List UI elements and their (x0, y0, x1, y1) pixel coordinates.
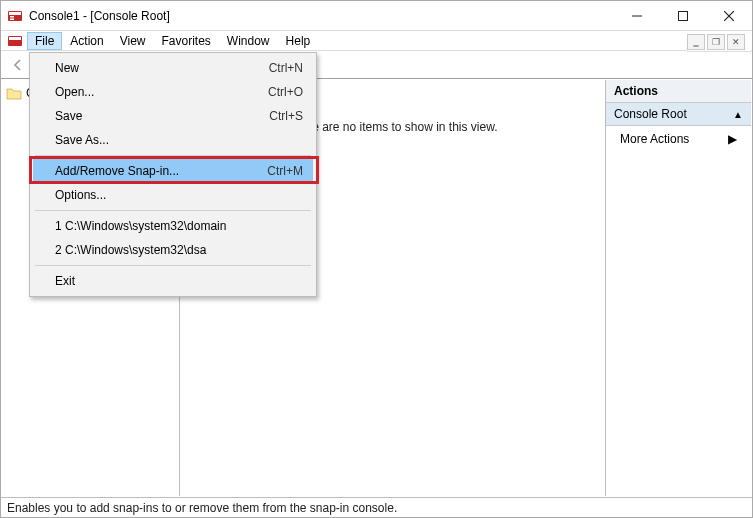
menu-item-shortcut: Ctrl+S (269, 109, 303, 123)
close-button[interactable] (706, 1, 752, 31)
menu-item-label: Add/Remove Snap-in... (55, 164, 267, 178)
mmc-doc-icon (7, 33, 23, 49)
file-dropdown: New Ctrl+N Open... Ctrl+O Save Ctrl+S Sa… (29, 52, 317, 297)
mdi-close-button[interactable]: ✕ (727, 34, 745, 50)
actions-group[interactable]: Console Root ▲ (606, 103, 751, 126)
menu-item-exit[interactable]: Exit (33, 269, 313, 293)
menu-item-label: Exit (55, 274, 303, 288)
menu-item-label: Open... (55, 85, 268, 99)
menu-item-label: 2 C:\Windows\system32\dsa (55, 243, 303, 257)
menu-window[interactable]: Window (219, 32, 278, 50)
svg-rect-2 (10, 16, 14, 18)
menu-separator (35, 265, 311, 266)
collapse-icon: ▲ (733, 109, 743, 120)
menu-item-label: Save As... (55, 133, 303, 147)
menu-action[interactable]: Action (62, 32, 111, 50)
back-button[interactable] (7, 54, 29, 76)
svg-rect-9 (9, 37, 21, 40)
mdi-controls: ‗ ❐ ✕ (687, 32, 751, 52)
menu-help[interactable]: Help (278, 32, 319, 50)
chevron-right-icon: ▶ (728, 132, 737, 146)
menu-item-shortcut: Ctrl+N (269, 61, 303, 75)
folder-icon (6, 86, 22, 100)
mmc-app-icon (7, 8, 23, 24)
actions-more-label: More Actions (620, 132, 689, 146)
menu-item-save[interactable]: Save Ctrl+S (33, 104, 313, 128)
menu-item-new[interactable]: New Ctrl+N (33, 56, 313, 80)
title-bar: Console1 - [Console Root] (1, 1, 752, 31)
menu-file[interactable]: File (27, 32, 62, 50)
actions-header: Actions (606, 80, 751, 103)
actions-group-label: Console Root (614, 107, 687, 121)
menu-item-label: 1 C:\Windows\system32\domain (55, 219, 303, 233)
actions-more[interactable]: More Actions ▶ (606, 126, 751, 152)
maximize-button[interactable] (660, 1, 706, 31)
menu-item-options[interactable]: Options... (33, 183, 313, 207)
mdi-restore-button[interactable]: ❐ (707, 34, 725, 50)
actions-pane: Actions Console Root ▲ More Actions ▶ (605, 80, 751, 496)
mdi-minimize-button[interactable]: ‗ (687, 34, 705, 50)
menu-item-recent-1[interactable]: 1 C:\Windows\system32\domain (33, 214, 313, 238)
menu-item-recent-2[interactable]: 2 C:\Windows\system32\dsa (33, 238, 313, 262)
menu-item-shortcut: Ctrl+M (267, 164, 303, 178)
svg-rect-1 (9, 12, 21, 15)
menu-separator (35, 155, 311, 156)
menu-item-save-as[interactable]: Save As... (33, 128, 313, 152)
menu-item-open[interactable]: Open... Ctrl+O (33, 80, 313, 104)
window-title: Console1 - [Console Root] (29, 9, 614, 23)
menu-bar: File Action View Favorites Window Help (1, 31, 752, 51)
menu-separator (35, 210, 311, 211)
status-text: Enables you to add snap-ins to or remove… (7, 501, 397, 515)
status-bar: Enables you to add snap-ins to or remove… (1, 497, 752, 517)
svg-rect-3 (10, 18, 14, 20)
menu-item-shortcut: Ctrl+O (268, 85, 303, 99)
svg-rect-5 (679, 11, 688, 20)
menu-item-add-remove-snapin[interactable]: Add/Remove Snap-in... Ctrl+M (33, 159, 313, 183)
menu-view[interactable]: View (112, 32, 154, 50)
menu-item-label: Save (55, 109, 269, 123)
menu-item-label: Options... (55, 188, 303, 202)
minimize-button[interactable] (614, 1, 660, 31)
empty-message: There are no items to show in this view. (287, 120, 497, 134)
menu-item-label: New (55, 61, 269, 75)
menu-favorites[interactable]: Favorites (154, 32, 219, 50)
